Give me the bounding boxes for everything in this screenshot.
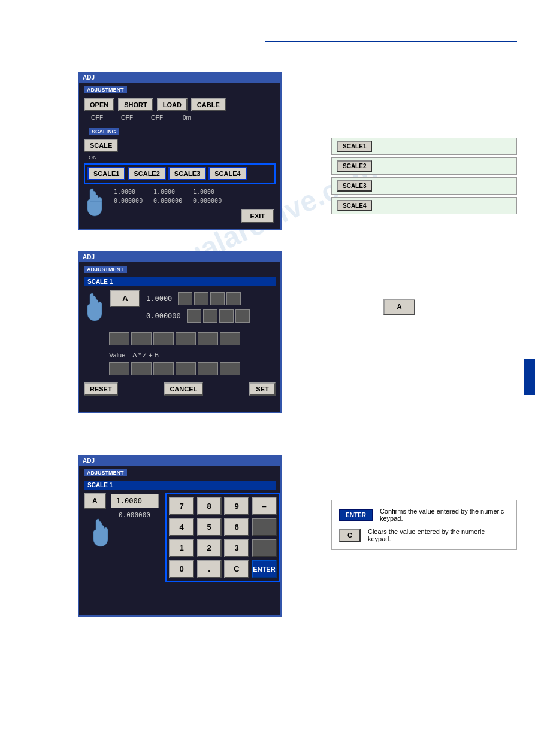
key-4[interactable]: 4: [169, 518, 194, 536]
data-val-1b: 1.0000: [153, 189, 189, 195]
key-7[interactable]: 7: [169, 497, 194, 515]
scaling-label: SCALING: [89, 128, 119, 135]
set-button[interactable]: SET: [249, 382, 276, 396]
panel2-bottom-row: RESET CANCEL SET: [79, 379, 280, 399]
panel1-title: ADJ: [79, 73, 280, 83]
scale4-button[interactable]: SCALE4: [208, 167, 246, 180]
scale3-button[interactable]: SCALE3: [168, 167, 206, 180]
panel2-value1: 1.0000: [146, 294, 172, 303]
panel-3: ADJ ADJUSTMENT SCALE 1 A 1.0000 0.000000…: [78, 455, 282, 617]
key-1[interactable]: 1: [169, 539, 194, 557]
data-val-2a: 0.000000: [114, 198, 150, 204]
enter-note-text: Confirms the value entered by the numeri…: [380, 508, 509, 522]
adjustment-labels-row: OFF OFF OFF 0m: [79, 114, 280, 125]
panel3-a-button[interactable]: A: [84, 493, 106, 509]
right-scale2-item: SCALE2: [331, 157, 517, 175]
load-status-label: OFF: [144, 114, 170, 121]
a-button-indicator: A: [383, 299, 415, 315]
open-button[interactable]: OPEN: [84, 98, 114, 111]
hand-cursor-icon-2: [84, 292, 105, 322]
scale-buttons-group: SCALE1 SCALE2 SCALE3 SCALE4: [84, 163, 276, 184]
right-scale4-button[interactable]: SCALE4: [337, 200, 372, 211]
data-val-1c: 1.0000: [193, 189, 229, 195]
key-6[interactable]: 6: [224, 518, 249, 536]
panel3-title: ADJ: [79, 456, 280, 466]
panel3-value-display: 1.0000: [111, 494, 159, 508]
short-status-label: OFF: [114, 114, 140, 121]
right-numpad-note: ENTER Confirms the value entered by the …: [331, 500, 517, 550]
hand-cursor-icon-1: [84, 187, 105, 217]
panel2-section-label: ADJUSTMENT: [84, 266, 127, 273]
panel3-section-label: ADJUSTMENT: [84, 469, 127, 476]
exit-button[interactable]: EXIT: [241, 209, 274, 223]
right-scale1-button[interactable]: SCALE1: [337, 141, 372, 152]
panel1-section-label: ADJUSTMENT: [84, 86, 127, 93]
panel2-formula: Value = A * Z + B: [79, 349, 280, 361]
key-blank2: [252, 539, 277, 557]
top-line: [265, 41, 517, 42]
numpad-grid: 7 8 9 – 4 5 6 1 2 3 0 . C ENTER: [165, 493, 280, 582]
data-val-2b: 0.000000: [153, 198, 189, 204]
key-3[interactable]: 3: [224, 539, 249, 557]
data-val-1a: 1.0000: [114, 189, 150, 195]
panel-1: ADJ ADJUSTMENT OPEN SHORT LOAD CABLE OFF…: [78, 72, 282, 230]
data-row-1: 1.0000 1.0000 1.0000: [109, 187, 234, 196]
open-status-label: OFF: [84, 114, 110, 121]
scale2-button[interactable]: SCALE2: [128, 167, 165, 180]
panel-2: ADJ ADJUSTMENT SCALE 1 A 1.0000: [78, 251, 282, 413]
load-button[interactable]: LOAD: [157, 98, 188, 111]
on-label: ON: [84, 154, 276, 161]
c-note-text: Clears the value entered by the numeric …: [368, 528, 509, 542]
scale-button[interactable]: SCALE: [84, 139, 118, 152]
scaling-section: SCALING SCALE ON SCALE1 SCALE2 SCALE3 SC…: [79, 125, 280, 184]
cable-button[interactable]: CABLE: [191, 98, 226, 111]
hand-cursor-icon-3: [90, 518, 111, 548]
key-9[interactable]: 9: [224, 497, 249, 515]
panel2-title: ADJ: [79, 253, 280, 262]
key-dot[interactable]: .: [197, 560, 222, 578]
enter-label-indicator: ENTER: [339, 509, 373, 521]
key-minus[interactable]: –: [252, 497, 277, 515]
scale1-button[interactable]: SCALE1: [87, 167, 125, 180]
key-enter[interactable]: ENTER: [252, 560, 277, 578]
right-scale4-item: SCALE4: [331, 197, 517, 214]
short-button[interactable]: SHORT: [118, 98, 153, 111]
right-scale2-button[interactable]: SCALE2: [337, 160, 372, 172]
data-row-2: 0.000000 0.000000 0.000000: [109, 196, 234, 205]
panel2-value2: 0.000000: [146, 312, 181, 320]
key-2[interactable]: 2: [197, 539, 222, 557]
key-c[interactable]: C: [224, 560, 249, 578]
reset-button[interactable]: RESET: [84, 382, 118, 396]
key-8[interactable]: 8: [197, 497, 222, 515]
right-scales-panel: SCALE1 SCALE2 SCALE3 SCALE4: [331, 138, 517, 217]
blue-sidebar-tab: [524, 359, 535, 395]
key-blank1: [252, 518, 277, 536]
right-scale1-item: SCALE1: [331, 138, 517, 155]
data-val-2c: 0.000000: [193, 198, 229, 204]
c-label-indicator: C: [339, 529, 361, 542]
cable-status-label: 0m: [174, 114, 200, 121]
adjustment-buttons-row: OPEN SHORT LOAD CABLE: [79, 95, 280, 114]
panel3-scale-label: SCALE 1: [84, 481, 276, 490]
cancel-button[interactable]: CANCEL: [164, 382, 203, 396]
panel2-scale-label: SCALE 1: [84, 277, 276, 286]
right-scale3-item: SCALE3: [331, 177, 517, 195]
key-5[interactable]: 5: [197, 518, 222, 536]
panel2-a-button[interactable]: A: [110, 290, 140, 307]
right-a-indicator: A: [383, 299, 415, 315]
key-0[interactable]: 0: [169, 560, 194, 578]
right-scale3-button[interactable]: SCALE3: [337, 180, 372, 192]
